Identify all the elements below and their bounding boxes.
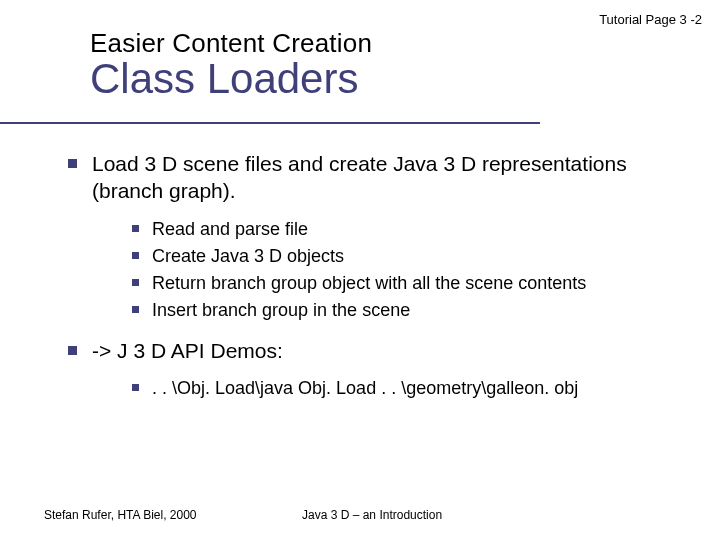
- bullet-text: . . \Obj. Load\java Obj. Load . . \geome…: [152, 378, 578, 398]
- footer-doc-title: Java 3 D – an Introduction: [302, 508, 442, 522]
- title-underline: [0, 122, 540, 124]
- list-item: Create Java 3 D objects: [128, 244, 700, 268]
- sub-bullet-list: . . \Obj. Load\java Obj. Load . . \geome…: [92, 376, 700, 400]
- slide: Tutorial Page 3 -2 Easier Content Creati…: [0, 0, 720, 540]
- bullet-text: Return branch group object with all the …: [152, 273, 586, 293]
- list-item: Read and parse file: [128, 217, 700, 241]
- list-item: -> J 3 D API Demos: . . \Obj. Load\java …: [60, 337, 700, 401]
- page-label: Tutorial Page 3 -2: [599, 12, 702, 27]
- sub-bullet-list: Read and parse file Create Java 3 D obje…: [92, 217, 700, 323]
- bullet-text: Insert branch group in the scene: [152, 300, 410, 320]
- bullet-text: Load 3 D scene files and create Java 3 D…: [92, 152, 627, 202]
- list-item: Load 3 D scene files and create Java 3 D…: [60, 150, 700, 323]
- header: Easier Content Creation Class Loaders: [90, 28, 700, 101]
- content: Load 3 D scene files and create Java 3 D…: [60, 150, 700, 414]
- bullet-text: Create Java 3 D objects: [152, 246, 344, 266]
- list-item: . . \Obj. Load\java Obj. Load . . \geome…: [128, 376, 700, 400]
- bullet-list: Load 3 D scene files and create Java 3 D…: [60, 150, 700, 400]
- footer-author: Stefan Rufer, HTA Biel, 2000: [44, 508, 197, 522]
- bullet-text: Read and parse file: [152, 219, 308, 239]
- footer: Stefan Rufer, HTA Biel, 2000 Java 3 D – …: [44, 508, 700, 522]
- list-item: Insert branch group in the scene: [128, 298, 700, 322]
- list-item: Return branch group object with all the …: [128, 271, 700, 295]
- slide-title: Class Loaders: [90, 57, 700, 101]
- bullet-text: -> J 3 D API Demos:: [92, 339, 283, 362]
